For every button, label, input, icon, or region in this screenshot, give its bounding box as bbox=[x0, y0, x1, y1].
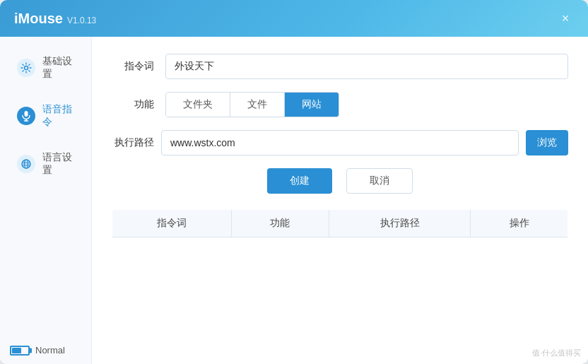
watermark: 值·什么值得买 bbox=[532, 348, 581, 358]
title-bar: iMouse V1.0.13 × bbox=[0, 0, 588, 37]
col-command: 指令词 bbox=[112, 210, 232, 237]
sidebar-label-voice: 语音指令 bbox=[42, 103, 74, 129]
browse-button[interactable]: 浏览 bbox=[526, 130, 568, 155]
col-action: 操作 bbox=[471, 210, 568, 237]
app-name: iMouse bbox=[14, 11, 63, 27]
col-function: 功能 bbox=[232, 210, 329, 237]
sidebar-item-language-settings[interactable]: 语言设置 bbox=[6, 141, 86, 187]
table-empty-row bbox=[112, 237, 568, 322]
mic-icon bbox=[17, 107, 35, 125]
sidebar-label-language: 语言设置 bbox=[42, 151, 74, 177]
sidebar-bottom: Normal bbox=[0, 336, 91, 364]
sidebar-item-voice-commands[interactable]: 语音指令 bbox=[6, 93, 86, 139]
svg-rect-1 bbox=[25, 111, 28, 117]
globe-icon bbox=[17, 155, 35, 173]
command-row: 指令词 bbox=[112, 54, 568, 79]
col-path: 执行路径 bbox=[329, 210, 471, 237]
path-label: 执行路径 bbox=[112, 136, 154, 149]
fn-website-button[interactable]: 网站 bbox=[285, 93, 339, 117]
function-group: 文件夹 文件 网站 bbox=[165, 92, 339, 117]
data-table: 指令词 功能 执行路径 操作 bbox=[112, 209, 568, 322]
command-label: 指令词 bbox=[112, 60, 154, 73]
table-header-row: 指令词 功能 执行路径 操作 bbox=[112, 210, 568, 237]
function-row: 功能 文件夹 文件 网站 bbox=[112, 92, 568, 117]
svg-point-0 bbox=[25, 66, 28, 70]
table-empty-cell bbox=[112, 237, 568, 322]
create-button[interactable]: 创建 bbox=[267, 168, 332, 194]
gear-icon bbox=[17, 59, 35, 77]
sidebar-item-basic-settings[interactable]: 基础设置 bbox=[6, 45, 86, 90]
path-row: 执行路径 浏览 bbox=[112, 130, 568, 155]
app-body: 基础设置 语音指令 bbox=[0, 37, 588, 364]
main-content: 指令词 功能 文件夹 文件 网站 执行路径 浏览 创建 bbox=[92, 37, 588, 364]
battery-label: Normal bbox=[35, 345, 65, 356]
app-logo: iMouse V1.0.13 bbox=[14, 11, 96, 27]
path-input[interactable] bbox=[161, 130, 519, 155]
battery-fill bbox=[12, 348, 21, 353]
action-row: 创建 取消 bbox=[112, 168, 568, 194]
sidebar: 基础设置 语音指令 bbox=[0, 37, 92, 364]
fn-folder-button[interactable]: 文件夹 bbox=[166, 93, 230, 117]
sidebar-label-basic: 基础设置 bbox=[42, 55, 74, 81]
app-version: V1.0.13 bbox=[67, 16, 96, 25]
fn-file-button[interactable]: 文件 bbox=[230, 93, 285, 117]
cancel-button[interactable]: 取消 bbox=[346, 168, 413, 194]
command-input[interactable] bbox=[165, 54, 568, 79]
function-label: 功能 bbox=[112, 98, 154, 111]
battery-icon bbox=[10, 346, 30, 356]
close-button[interactable]: × bbox=[555, 8, 575, 28]
